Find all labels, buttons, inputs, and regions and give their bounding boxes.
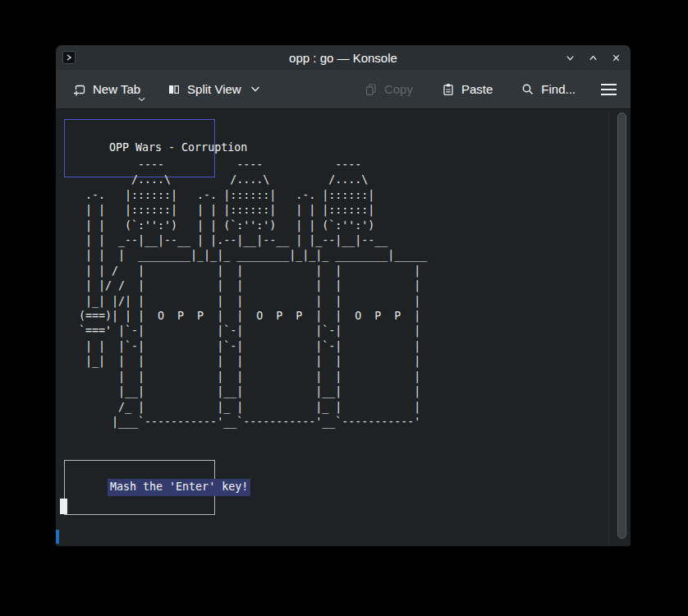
close-x-icon [611, 53, 621, 63]
paste-label: Paste [461, 82, 493, 96]
terminal-cursor [60, 499, 67, 514]
toolbar: New Tab Split View [56, 70, 631, 109]
titlebar[interactable]: opp : go — Konsole [56, 45, 631, 70]
activity-indicator [56, 530, 59, 544]
split-view-icon [167, 82, 181, 97]
slot-machine-ascii-art: ---- ---- ---- /....\ /....\ /....\ .-. … [59, 158, 427, 430]
toolbar-right-group: Copy Paste Find... [357, 77, 621, 102]
chevron-down-icon [138, 97, 145, 102]
banner-text: OPP Wars - Corruption [109, 141, 247, 154]
new-tab-icon [72, 82, 87, 97]
konsole-app-icon [62, 51, 76, 64]
find-label: Find... [541, 82, 576, 96]
maximize-button[interactable] [586, 51, 599, 64]
konsole-window: opp : go — Konsole [56, 45, 631, 546]
new-tab-label: New Tab [93, 82, 140, 96]
copy-icon [364, 82, 378, 97]
new-tab-button[interactable]: New Tab [66, 77, 147, 102]
split-view-label: Split View [187, 82, 241, 96]
chevron-up-icon [588, 53, 599, 63]
toolbar-left-group: New Tab Split View [66, 77, 267, 102]
window-controls [563, 45, 622, 70]
terminal-prompt-glyph [65, 53, 73, 62]
scrollbar-track[interactable] [610, 109, 631, 546]
window-title: opp : go — Konsole [56, 51, 631, 65]
scrollbar-handle[interactable] [617, 113, 626, 539]
prompt-box: Mash the 'Enter' key! [64, 460, 215, 515]
split-view-button[interactable]: Split View [160, 77, 267, 102]
chevron-down-icon [565, 53, 576, 63]
terminal-view[interactable]: OPP Wars - Corruption ---- ---- ---- /..… [56, 109, 631, 546]
paste-icon [441, 82, 456, 97]
search-icon [521, 82, 535, 97]
scrollbar-separator [608, 109, 609, 546]
desktop: { "window": { "title": "opp : go — Konso… [0, 0, 688, 616]
copy-label: Copy [384, 82, 413, 96]
chevron-down-icon [250, 86, 260, 92]
menu-button[interactable] [597, 78, 621, 101]
hamburger-menu-icon [600, 83, 617, 96]
minimize-button[interactable] [563, 51, 576, 64]
find-button[interactable]: Find... [514, 77, 582, 102]
close-button[interactable] [609, 51, 622, 64]
copy-button[interactable]: Copy [357, 77, 420, 102]
paste-button[interactable]: Paste [434, 77, 499, 102]
prompt-text: Mash the 'Enter' key! [108, 479, 250, 495]
